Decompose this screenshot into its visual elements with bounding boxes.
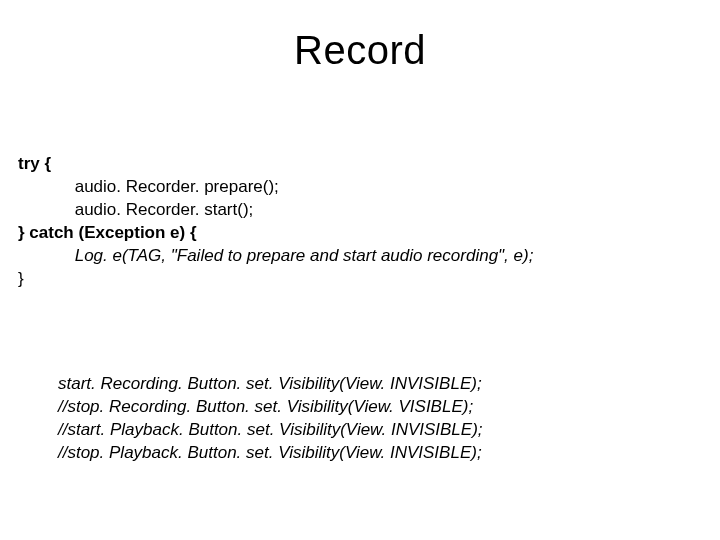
slide-title: Record: [0, 28, 720, 73]
code-line: Log. e(TAG, "Failed to prepare and start…: [75, 246, 534, 265]
slide: Record try { audio. Recorder. prepare();…: [0, 0, 720, 540]
code-line: //stop. Playback. Button. set. Visibilit…: [58, 443, 482, 462]
code-line: //start. Playback. Button. set. Visibili…: [58, 420, 483, 439]
code-block-visibility: start. Recording. Button. set. Visibilit…: [58, 350, 483, 465]
code-block-try-catch: try { audio. Recorder. prepare(); audio.…: [18, 130, 533, 291]
code-line: //stop. Recording. Button. set. Visibili…: [58, 397, 473, 416]
code-line: audio. Recorder. prepare();: [75, 177, 279, 196]
code-line: start. Recording. Button. set. Visibilit…: [58, 374, 482, 393]
code-line: try {: [18, 154, 51, 173]
code-line: } catch (Exception e) {: [18, 223, 197, 242]
code-line: audio. Recorder. start();: [75, 200, 254, 219]
code-line: }: [18, 269, 24, 288]
